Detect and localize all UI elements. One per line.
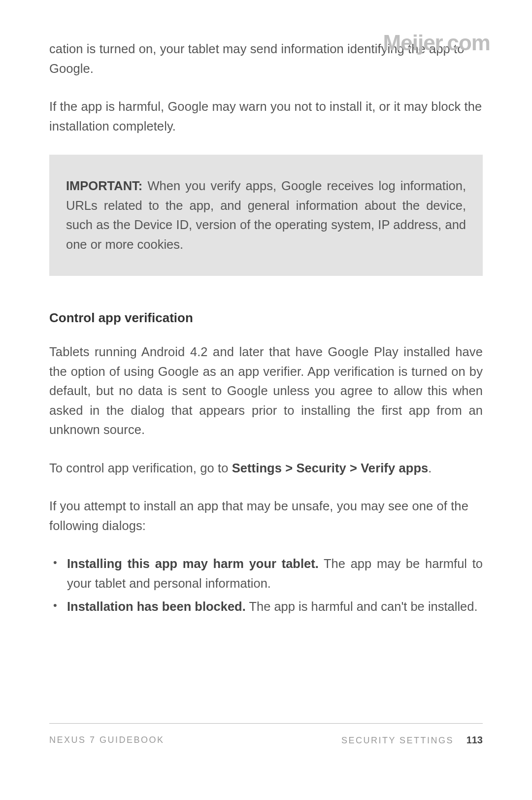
footer-section: SECURITY SETTINGS 113: [341, 734, 483, 746]
body-paragraph: Tablets running Android 4.2 and later th…: [49, 342, 483, 440]
bullet-rest: The app is harmful and can't be installe…: [246, 600, 478, 613]
callout-label: IMPORTANT:: [66, 179, 142, 193]
body-paragraph: If you attempt to install an app that ma…: [49, 497, 483, 535]
dialog-list: Installing this app may harm your tablet…: [49, 554, 483, 617]
footer-section-label: SECURITY SETTINGS: [341, 735, 454, 745]
page-number: 113: [466, 734, 483, 745]
text-run: .: [428, 461, 432, 475]
important-callout: IMPORTANT: When you verify apps, Google …: [49, 155, 483, 276]
callout-text: IMPORTANT: When you verify apps, Google …: [66, 176, 466, 254]
document-page: Meijer.com cation is turned on, your tab…: [0, 0, 532, 800]
bullet-strong: Installing this app may harm your tablet…: [67, 557, 319, 570]
text-run: To control app verification, go to: [49, 461, 232, 475]
watermark-text: Meijer.com: [383, 31, 490, 55]
section-heading: Control app verification: [49, 310, 483, 326]
body-paragraph: If the app is harmful, Google may warn y…: [49, 97, 483, 136]
settings-path: Settings > Security > Verify apps: [232, 461, 429, 475]
footer-book-title: NEXUS 7 GUIDEBOOK: [49, 735, 165, 745]
bullet-strong: Installation has been blocked.: [67, 600, 246, 613]
list-item: Installing this app may harm your tablet…: [67, 554, 483, 593]
body-paragraph: To control app verification, go to Setti…: [49, 459, 483, 478]
page-footer: NEXUS 7 GUIDEBOOK SECURITY SETTINGS 113: [49, 723, 483, 746]
list-item: Installation has been blocked. The app i…: [67, 597, 483, 617]
